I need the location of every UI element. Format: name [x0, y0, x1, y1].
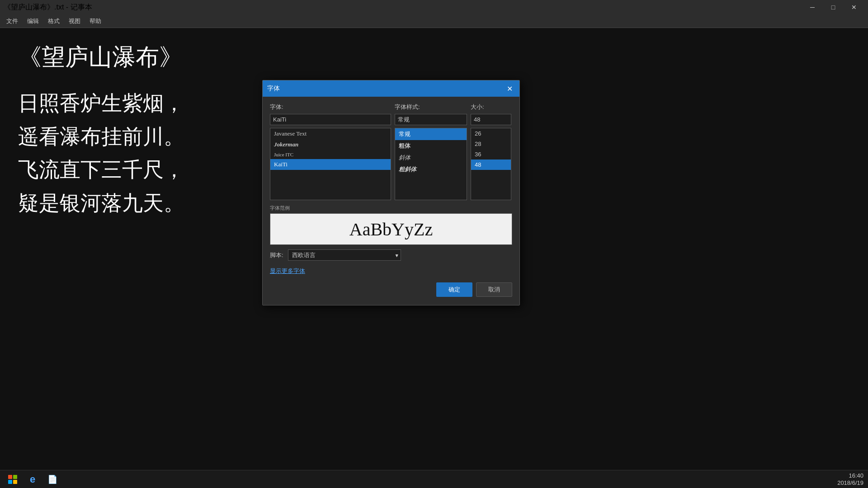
menu-edit[interactable]: 编辑	[23, 15, 43, 27]
style-list-item-selected[interactable]: 常规	[395, 128, 467, 140]
font-list-item[interactable]: Javanese Text	[270, 128, 391, 139]
dialog-headers: 字体: 字体样式: 大小:	[270, 103, 512, 111]
menubar: 文件 编辑 格式 视图 帮助	[0, 14, 868, 28]
close-button[interactable]: ✕	[844, 0, 864, 14]
script-select-wrapper: 西欧语言 中文(简体) 中文(繁体) ▼	[288, 249, 403, 261]
font-list[interactable]: Javanese Text Jokerman Juice ITC KaiTi	[270, 128, 391, 200]
main-content: 《望庐山瀑布》 日照香炉生紫烟， 遥看瀑布挂前川。 飞流直下三千尺， 疑是银河落…	[0, 28, 868, 470]
show-more-fonts-link[interactable]: 显示更多字体	[270, 267, 512, 275]
dialog-title: 字体	[267, 84, 280, 93]
script-row: 脚本: 西欧语言 中文(简体) 中文(繁体) ▼	[270, 249, 512, 261]
style-list[interactable]: 常规 粗体 斜体 粗斜体	[395, 128, 467, 200]
dialog-buttons: 确定 取消	[270, 282, 512, 299]
notepad-icon: 📄	[47, 474, 57, 484]
window-title: 《望庐山瀑布》.txt - 记事本	[4, 3, 92, 12]
font-list-item[interactable]: Juice ITC	[270, 150, 391, 159]
menu-file[interactable]: 文件	[2, 15, 23, 27]
clock: 16:40 2018/6/19	[837, 472, 863, 486]
cancel-button[interactable]: 取消	[476, 282, 512, 297]
edge-icon: e	[30, 474, 35, 485]
taskbar-left: e 📄	[5, 471, 61, 488]
start-button[interactable]	[5, 471, 21, 488]
menu-view[interactable]: 视图	[64, 15, 85, 27]
notepad-taskbar-icon[interactable]: 📄	[44, 471, 61, 488]
taskbar-right: 16:40 2018/6/19	[837, 472, 863, 486]
dialog-inputs	[270, 114, 512, 125]
dialog-lists: Javanese Text Jokerman Juice ITC KaiTi 常…	[270, 128, 512, 200]
font-dialog: 字体 ✕ 字体: 字体样式: 大小: Javanese Text Jokerma	[262, 80, 520, 305]
script-label: 脚本:	[270, 251, 283, 259]
dialog-body: 字体: 字体样式: 大小: Javanese Text Jokerman Jui…	[263, 97, 519, 305]
size-list-item[interactable]: 28	[471, 139, 511, 149]
titlebar: 《望庐山瀑布》.txt - 记事本 ─ □ ✕	[0, 0, 868, 14]
poem-title: 《望庐山瀑布》	[18, 42, 850, 73]
edge-taskbar-icon[interactable]: e	[24, 471, 41, 488]
font-column-header: 字体:	[270, 103, 391, 111]
preview-label: 字体范例	[270, 205, 512, 211]
size-list-item[interactable]: 36	[471, 149, 511, 160]
size-list-item-selected[interactable]: 48	[471, 160, 511, 170]
taskbar: e 📄 16:40 2018/6/19	[0, 470, 868, 488]
clock-date: 2018/6/19	[837, 479, 863, 487]
clock-time: 16:40	[849, 472, 863, 479]
font-list-item[interactable]: Jokerman	[270, 139, 391, 150]
menu-help[interactable]: 帮助	[85, 15, 106, 27]
style-list-item[interactable]: 粗体	[395, 140, 467, 152]
preview-area: 字体范例 AaBbYyZz	[270, 205, 512, 245]
minimize-button[interactable]: ─	[802, 0, 823, 14]
dialog-close-button[interactable]: ✕	[504, 83, 515, 94]
titlebar-controls: ─ □ ✕	[802, 0, 864, 14]
style-list-item[interactable]: 粗斜体	[395, 164, 467, 175]
style-list-item[interactable]: 斜体	[395, 152, 467, 164]
windows-logo-icon	[8, 475, 17, 484]
size-input[interactable]	[471, 114, 511, 125]
preview-box: AaBbYyZz	[270, 213, 512, 245]
style-column-header: 字体样式:	[395, 103, 467, 111]
style-input[interactable]	[395, 114, 467, 125]
size-list-item[interactable]: 26	[471, 128, 511, 139]
font-input[interactable]	[270, 114, 391, 125]
maximize-button[interactable]: □	[823, 0, 844, 14]
menu-format[interactable]: 格式	[43, 15, 64, 27]
preview-text: AaBbYyZz	[349, 219, 433, 240]
font-list-item-selected[interactable]: KaiTi	[270, 159, 391, 170]
size-column-header: 大小:	[471, 103, 511, 111]
script-select[interactable]: 西欧语言 中文(简体) 中文(繁体)	[288, 249, 401, 261]
dialog-titlebar: 字体 ✕	[263, 80, 519, 97]
ok-button[interactable]: 确定	[436, 282, 472, 297]
size-list[interactable]: 26 28 36 48	[471, 128, 511, 200]
